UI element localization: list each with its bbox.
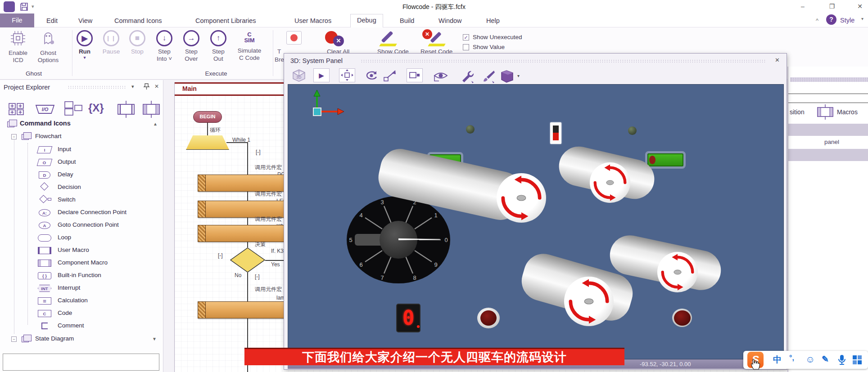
tree-group-flowchart[interactable]: Flowchart	[35, 133, 62, 139]
help-icon[interactable]: ?	[826, 14, 836, 25]
menu-component-libraries[interactable]: Component Libraries	[193, 16, 259, 26]
toggle-switch-component[interactable]	[550, 122, 561, 144]
io-icon[interactable]: I/O	[32, 103, 58, 116]
materials-caret-icon[interactable]: ▾	[517, 73, 520, 78]
component-macro-node[interactable]	[198, 225, 297, 242]
windows-icon[interactable]	[63, 100, 85, 118]
tree-item-calculation[interactable]: Calculation	[58, 297, 88, 304]
ime-mic-icon[interactable]	[837, 354, 847, 366]
led-component[interactable]	[466, 125, 475, 134]
motor-component[interactable]	[657, 252, 698, 292]
tree-item-declare-connection-point[interactable]: Declare Connection Point	[58, 209, 127, 215]
menu-help[interactable]: Help	[484, 16, 502, 26]
seven-segment-display[interactable]: 0	[396, 304, 420, 332]
panel-dropdown-icon[interactable]: ▾	[131, 84, 134, 90]
menu-window[interactable]: Window	[436, 16, 465, 26]
menu-command-icons[interactable]: Command Icons	[112, 16, 165, 26]
minimize-button[interactable]: –	[797, 2, 809, 11]
ime-emoji-icon[interactable]: ☺	[805, 354, 815, 365]
tab-main[interactable]: Main ✕	[178, 84, 205, 94]
expander-flowchart[interactable]: −	[11, 134, 17, 139]
tree-group-state-diagram[interactable]: State Diagram	[35, 335, 74, 342]
tree-item-switch[interactable]: Switch	[58, 196, 76, 203]
pin-icon[interactable]	[143, 83, 150, 90]
ghost-options-button[interactable]: GhostOptions	[33, 30, 63, 64]
scroll-up-icon[interactable]: ▲	[153, 121, 158, 126]
led-component[interactable]	[628, 126, 637, 135]
3d-cube-icon[interactable]: 3D	[291, 69, 307, 82]
clear-all-breakpoints-button[interactable]: ✕	[325, 29, 352, 47]
menu-build[interactable]: Build	[397, 16, 417, 26]
rotary-dial-component[interactable]: 0 1 2 3 4 5 6 7 8 9	[347, 196, 450, 283]
run-button[interactable]: ▶ Run ▾	[73, 30, 96, 60]
expander-state-diagram[interactable]: −	[11, 336, 17, 342]
3d-viewport[interactable]: 0 1 2 3 4 5 6 7 8 9	[288, 84, 784, 359]
menu-edit[interactable]: Edit	[44, 16, 60, 26]
loop-node[interactable]	[186, 135, 229, 150]
collapse-toggle[interactable]: [-]	[255, 273, 260, 280]
tree-item-code[interactable]: Code	[58, 309, 72, 316]
close-button[interactable]: ✕	[854, 2, 866, 11]
step-into-button[interactable]: ↓ StepInto ˅	[151, 30, 177, 63]
tree-item-user-macro[interactable]: User Macro	[58, 247, 89, 253]
ime-pencil-icon[interactable]: ✎	[822, 354, 829, 364]
style-button[interactable]: Style	[840, 17, 854, 24]
tree-root-command-icons[interactable]: Command Icons	[20, 120, 71, 127]
scroll-down-icon[interactable]: ▼	[152, 336, 157, 341]
tree-item-output[interactable]: Output	[58, 158, 76, 165]
component-macro-node[interactable]	[198, 301, 297, 318]
tree-item-component-macro[interactable]: Component Macro	[58, 259, 108, 266]
enable-icd-button[interactable]: EnableICD	[4, 30, 32, 64]
toggle-breakpoint-button[interactable]	[286, 31, 302, 45]
3d-panel-close-icon[interactable]: ✕	[775, 57, 780, 63]
variables-icon[interactable]: {X}	[88, 102, 104, 114]
tree-item-builtin-function[interactable]: Built-in Function	[58, 272, 101, 278]
ime-toolbox-icon[interactable]	[852, 355, 862, 365]
component-macro-node[interactable]	[198, 175, 297, 192]
3d-panel-drag-handle[interactable]	[361, 59, 766, 63]
eye-icon[interactable]	[433, 69, 450, 83]
right-panel-header[interactable]	[790, 77, 868, 82]
collapse-ribbon-chevron-icon[interactable]: ^	[816, 17, 818, 24]
collapse-toggle[interactable]: [-]	[256, 149, 261, 155]
menu-user-macros[interactable]: User Macros	[292, 16, 334, 26]
simulate-c-code-button[interactable]: CSIM SimulateC Code	[231, 30, 267, 62]
style-caret-icon[interactable]: ▾	[861, 16, 863, 21]
motor-component[interactable]	[590, 162, 630, 203]
restore-button[interactable]: ❐	[826, 2, 838, 11]
select-mode-button[interactable]: ▶	[313, 68, 330, 82]
step-over-button[interactable]: → StepOver	[178, 30, 204, 63]
component-macro-icon[interactable]	[140, 101, 162, 118]
pan-mode-button[interactable]	[407, 68, 423, 82]
show-unexecuted-checkbox[interactable]: ✓	[463, 34, 469, 40]
materials-cube-icon[interactable]	[499, 69, 516, 84]
wheel-component[interactable]	[672, 309, 692, 327]
panel-drag-handle[interactable]	[68, 85, 126, 89]
wheel-component[interactable]	[477, 308, 500, 328]
battery-component[interactable]	[647, 153, 683, 166]
move-mode-button[interactable]	[339, 68, 355, 82]
user-macro-icon[interactable]	[115, 101, 137, 118]
tree-item-comment[interactable]: Comment	[58, 322, 84, 329]
show-value-checkbox[interactable]	[463, 44, 469, 50]
begin-node[interactable]: BEGIN	[193, 111, 222, 123]
menu-file[interactable]: File	[0, 13, 34, 27]
rotate-icon[interactable]	[363, 69, 380, 83]
tree-item-input[interactable]: Input	[58, 146, 71, 152]
collapse-toggle[interactable]: [-]	[218, 252, 223, 259]
brush-icon[interactable]	[480, 69, 497, 84]
motor-component[interactable]	[564, 277, 614, 326]
wrench-icon[interactable]	[460, 69, 477, 84]
macro-row[interactable]	[788, 124, 868, 136]
tree-item-delay[interactable]: Delay	[58, 171, 73, 178]
ime-lang-icon[interactable]: 中	[773, 354, 782, 366]
pause-button[interactable]: ❙❙ Pause	[98, 30, 124, 55]
show-code-button[interactable]	[379, 29, 404, 47]
component-macro-node[interactable]	[198, 201, 297, 218]
tree-item-goto-connection-point[interactable]: Goto Connection Point	[58, 221, 119, 228]
panel-close-icon[interactable]: ✕	[154, 83, 159, 90]
menu-view[interactable]: View	[76, 16, 95, 26]
menu-debug[interactable]: Debug	[350, 14, 383, 27]
ime-punctuation-icon[interactable]: °,	[789, 354, 794, 362]
macro-row[interactable]	[788, 149, 868, 161]
